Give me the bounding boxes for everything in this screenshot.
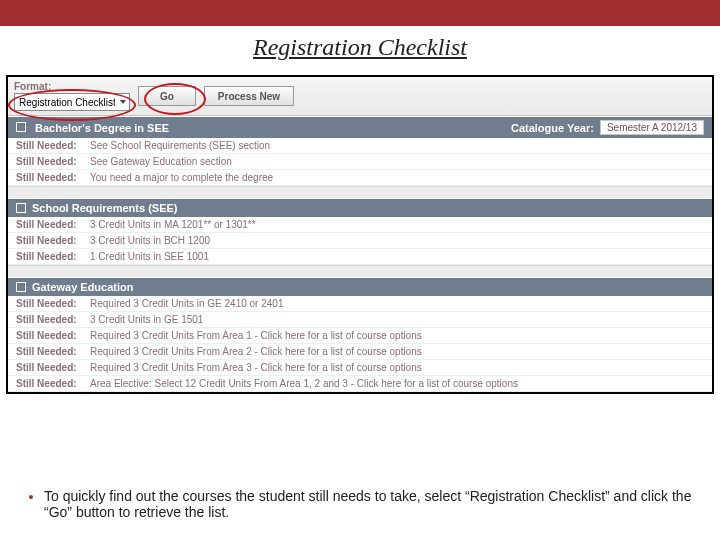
- section-gap: [8, 186, 712, 198]
- requirement-row: Still Needed: 3 Credit Units in BCH 1200: [8, 233, 712, 249]
- still-needed-label: Still Needed:: [16, 172, 84, 183]
- requirement-text: See Gateway Education section: [90, 156, 232, 167]
- section-title: Gateway Education: [32, 281, 133, 293]
- section-title: School Requirements (SEE): [32, 202, 177, 214]
- still-needed-label: Still Needed:: [16, 314, 84, 325]
- still-needed-label: Still Needed:: [16, 251, 84, 262]
- requirement-row: Still Needed: 3 Credit Units in GE 1501: [8, 312, 712, 328]
- requirement-text: Area Elective: Select 12 Credit Units Fr…: [90, 378, 518, 389]
- slide-top-strip: [0, 0, 720, 26]
- still-needed-label: Still Needed:: [16, 346, 84, 357]
- requirement-text: Required 3 Credit Units From Area 1 - Cl…: [90, 330, 422, 341]
- catalogue-year-value: Semester A 2012/13: [600, 120, 704, 135]
- section-header-gateway[interactable]: Gateway Education: [8, 277, 712, 296]
- still-needed-label: Still Needed:: [16, 140, 84, 151]
- slide-title: Registration Checklist: [0, 34, 720, 61]
- section-title: Bachelor's Degree in SEE: [35, 122, 169, 134]
- requirement-text: Required 3 Credit Units in GE 2410 or 24…: [90, 298, 283, 309]
- requirement-text: 1 Credit Units in SEE 1001: [90, 251, 209, 262]
- requirement-row[interactable]: Still Needed: Required 3 Credit Units Fr…: [8, 344, 712, 360]
- still-needed-label: Still Needed:: [16, 219, 84, 230]
- requirement-row: Still Needed: See Gateway Education sect…: [8, 154, 712, 170]
- catalogue-year-label: Catalogue Year:: [511, 122, 594, 134]
- slide-note: To quickly find out the courses the stud…: [0, 478, 720, 540]
- requirement-row[interactable]: Still Needed: Area Elective: Select 12 C…: [8, 376, 712, 392]
- requirement-row[interactable]: Still Needed: Required 3 Credit Units Fr…: [8, 360, 712, 376]
- still-needed-label: Still Needed:: [16, 298, 84, 309]
- slide-bullet: To quickly find out the courses the stud…: [44, 488, 694, 520]
- format-select[interactable]: [14, 93, 130, 111]
- requirement-row: Still Needed: You need a major to comple…: [8, 170, 712, 186]
- requirement-text: You need a major to complete the degree: [90, 172, 273, 183]
- section-gap: [8, 265, 712, 277]
- requirement-text: 3 Credit Units in MA 1201** or 1301**: [90, 219, 256, 230]
- format-control: Format:: [14, 81, 130, 111]
- requirement-text: See School Requirements (SEE) section: [90, 140, 270, 151]
- section-header-school[interactable]: School Requirements (SEE): [8, 198, 712, 217]
- section-header-program[interactable]: Bachelor's Degree in SEE Catalogue Year:…: [8, 116, 712, 138]
- checkbox-icon: [16, 122, 26, 132]
- requirement-row: Still Needed: 3 Credit Units in MA 1201*…: [8, 217, 712, 233]
- still-needed-label: Still Needed:: [16, 156, 84, 167]
- requirement-row: Still Needed: 1 Credit Units in SEE 1001: [8, 249, 712, 265]
- toolbar: Format: Go Process New: [8, 77, 712, 116]
- requirement-text: 3 Credit Units in GE 1501: [90, 314, 203, 325]
- still-needed-label: Still Needed:: [16, 378, 84, 389]
- process-new-button[interactable]: Process New: [204, 86, 294, 106]
- requirement-row[interactable]: Still Needed: Required 3 Credit Units Fr…: [8, 328, 712, 344]
- requirement-text: Required 3 Credit Units From Area 3 - Cl…: [90, 362, 422, 373]
- requirement-row: Still Needed: Required 3 Credit Units in…: [8, 296, 712, 312]
- format-label: Format:: [14, 81, 130, 92]
- still-needed-label: Still Needed:: [16, 235, 84, 246]
- requirement-row: Still Needed: See School Requirements (S…: [8, 138, 712, 154]
- still-needed-label: Still Needed:: [16, 362, 84, 373]
- still-needed-label: Still Needed:: [16, 330, 84, 341]
- go-button[interactable]: Go: [138, 86, 196, 106]
- degree-audit-panel: Format: Go Process New Bachelor's Degree…: [6, 75, 714, 394]
- requirement-text: 3 Credit Units in BCH 1200: [90, 235, 210, 246]
- requirement-text: Required 3 Credit Units From Area 2 - Cl…: [90, 346, 422, 357]
- checkbox-icon: [16, 203, 26, 213]
- checkbox-icon: [16, 282, 26, 292]
